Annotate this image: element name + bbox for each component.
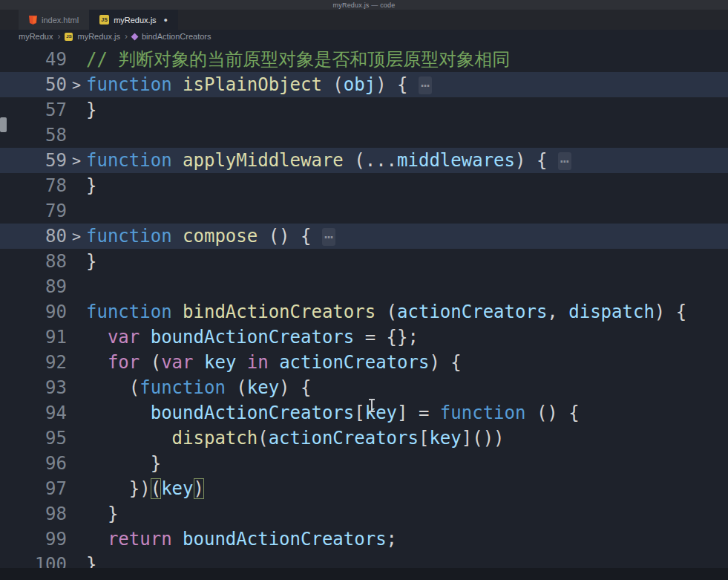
code-line[interactable]: 79 bbox=[0, 198, 728, 224]
token-plain bbox=[172, 150, 183, 171]
breadcrumb-item-myredux[interactable]: myRedux bbox=[19, 32, 53, 41]
token-fold: ⋯ bbox=[419, 76, 432, 94]
token-fold: ⋯ bbox=[558, 152, 571, 170]
line-number[interactable]: 94 bbox=[0, 400, 67, 426]
code-line[interactable]: 89 bbox=[0, 274, 728, 299]
code-line[interactable]: 80>function compose () { ⋯ bbox=[0, 224, 728, 249]
fold-chevron-icon[interactable]: > bbox=[67, 224, 86, 249]
token-plain: ] = bbox=[397, 403, 440, 423]
token-plain: ) { bbox=[515, 150, 558, 171]
token-comment: // 判断对象的当前原型对象是否和顶层原型对象相同 bbox=[86, 49, 510, 70]
line-number[interactable]: 97 bbox=[0, 476, 67, 501]
line-number[interactable]: 59 bbox=[0, 148, 67, 173]
token-param: obj bbox=[344, 74, 376, 95]
code-line[interactable]: 49// 判断对象的当前原型对象是否和顶层原型对象相同 bbox=[0, 47, 728, 72]
code-line[interactable]: 91 var boundActionCreators = {}; bbox=[0, 325, 728, 350]
chevron-right-icon: › bbox=[57, 31, 60, 42]
js-icon: JS bbox=[65, 33, 73, 41]
code-line[interactable]: 94 boundActionCreators[key] = function (… bbox=[0, 400, 728, 426]
fold-gutter bbox=[67, 249, 86, 274]
line-number[interactable]: 58 bbox=[0, 123, 67, 148]
line-number[interactable]: 92 bbox=[0, 350, 67, 375]
fold-gutter bbox=[67, 527, 86, 552]
modified-dot-icon[interactable]: ● bbox=[164, 16, 168, 24]
code-text: function compose () { ⋯ bbox=[86, 224, 728, 249]
token-param: key bbox=[161, 478, 193, 499]
code-line[interactable]: 90function bindActionCreators (actionCre… bbox=[0, 299, 728, 325]
line-number[interactable]: 49 bbox=[0, 47, 67, 72]
mouse-cursor bbox=[371, 399, 373, 412]
breadcrumb-item-bindactioncreators[interactable]: bindActionCreators bbox=[142, 32, 211, 41]
line-number[interactable]: 99 bbox=[0, 527, 67, 552]
code-line[interactable]: 59>function applyMiddleware (...middlewa… bbox=[0, 148, 728, 173]
token-fn: applyMiddleware bbox=[183, 150, 344, 171]
fold-gutter bbox=[67, 325, 86, 350]
token-plain: ) { bbox=[376, 74, 419, 95]
code-text: dispatch(actionCreators[key]()) bbox=[86, 426, 728, 451]
token-fn: bindActionCreators bbox=[183, 302, 376, 322]
token-match: ( bbox=[151, 478, 161, 499]
token-fold: ⋯ bbox=[322, 228, 335, 246]
code-line[interactable]: 57} bbox=[0, 97, 728, 123]
line-number[interactable]: 95 bbox=[0, 426, 67, 451]
fold-gutter bbox=[67, 451, 86, 476]
code-line[interactable]: 92 for (var key in actionCreators) { bbox=[0, 350, 728, 375]
code-line[interactable]: 58 bbox=[0, 123, 728, 148]
code-line[interactable]: 99 return boundActionCreators; bbox=[0, 527, 728, 552]
code-text: // 判断对象的当前原型对象是否和顶层原型对象相同 bbox=[86, 47, 728, 72]
line-number[interactable]: 96 bbox=[0, 451, 67, 476]
code-text: } bbox=[86, 173, 728, 198]
code-line[interactable]: 78} bbox=[0, 173, 728, 198]
code-line[interactable]: 88} bbox=[0, 249, 728, 274]
line-number[interactable]: 91 bbox=[0, 325, 67, 350]
token-param: actionCreators bbox=[397, 302, 547, 322]
token-plain: () { bbox=[258, 226, 322, 247]
code-text: } bbox=[86, 249, 728, 274]
tab-myredux-js[interactable]: JS myRedux.js ● bbox=[89, 10, 178, 30]
function-symbol-icon bbox=[131, 33, 138, 40]
line-number[interactable]: 88 bbox=[0, 249, 67, 274]
js-icon: JS bbox=[99, 15, 109, 25]
code-line[interactable]: 97 })(key) bbox=[0, 476, 728, 501]
line-number[interactable]: 79 bbox=[0, 198, 67, 224]
tab-index-html[interactable]: index.html bbox=[19, 10, 89, 30]
fold-chevron-icon[interactable]: > bbox=[67, 72, 86, 97]
code-line[interactable]: 98 } bbox=[0, 501, 728, 527]
breadcrumb-item-myredux-js[interactable]: myRedux.js bbox=[77, 32, 119, 41]
token-fn: isPlainObject bbox=[183, 74, 322, 95]
code-line[interactable]: 96 } bbox=[0, 451, 728, 476]
token-plain bbox=[194, 352, 204, 373]
fold-gutter bbox=[67, 123, 86, 148]
token-plain bbox=[86, 352, 108, 373]
token-plain: ; bbox=[387, 529, 397, 550]
code-line[interactable]: 95 dispatch(actionCreators[key]()) bbox=[0, 426, 728, 451]
code-line[interactable]: 93 (function (key) { bbox=[0, 375, 728, 400]
code-text: } bbox=[86, 97, 728, 123]
token-plain: = {}; bbox=[354, 327, 419, 348]
code-text: return boundActionCreators; bbox=[86, 527, 728, 552]
line-number[interactable]: 80 bbox=[0, 224, 67, 249]
line-number[interactable]: 90 bbox=[0, 299, 67, 325]
fold-chevron-icon[interactable]: > bbox=[67, 148, 86, 173]
tab-label: index.html bbox=[42, 16, 79, 25]
line-number[interactable]: 50 bbox=[0, 72, 67, 97]
fold-gutter bbox=[67, 350, 86, 375]
fold-gutter bbox=[67, 501, 86, 527]
code-text: function bindActionCreators (actionCreat… bbox=[86, 299, 728, 325]
line-number[interactable]: 93 bbox=[0, 375, 67, 400]
token-plain bbox=[269, 352, 279, 373]
line-number[interactable]: 98 bbox=[0, 501, 67, 527]
token-kw: function bbox=[440, 403, 526, 423]
code-text: } bbox=[86, 501, 728, 527]
code-text: } bbox=[86, 451, 728, 476]
token-param: middlewares bbox=[397, 150, 515, 171]
code-editor[interactable]: 49// 判断对象的当前原型对象是否和顶层原型对象相同50>function i… bbox=[0, 43, 728, 580]
line-number[interactable]: 78 bbox=[0, 173, 67, 198]
code-text bbox=[86, 123, 728, 148]
line-number[interactable]: 57 bbox=[0, 97, 67, 123]
fold-gutter bbox=[67, 400, 86, 426]
line-number[interactable]: 89 bbox=[0, 274, 67, 299]
token-kw: function bbox=[140, 377, 226, 398]
code-line[interactable]: 50>function isPlainObject (obj) { ⋯ bbox=[0, 72, 728, 97]
token-plain: } bbox=[86, 251, 96, 272]
